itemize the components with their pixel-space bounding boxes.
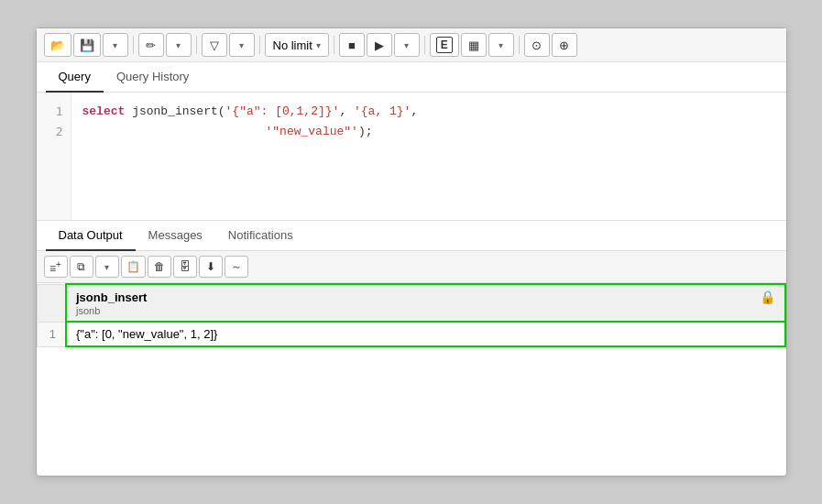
save-db-icon: 🗄 [180,260,191,273]
separator-2 [196,36,197,54]
filter-button[interactable]: ▽ [202,33,227,57]
code-line-2: '"new_value"'); [82,122,775,142]
table-header-row: jsonb_insert 🔒 jsonb [37,284,785,322]
folder-button[interactable]: 📂 [44,33,71,57]
tab-query-history[interactable]: Query History [104,62,202,93]
code-editor[interactable]: 1 2 select jsonb_insert('{"a": [0,1,2]}'… [37,93,786,221]
row-num-header [37,284,66,322]
main-window: 📂 💾 ▾ ✏ ▾ ▽ ▾ No limit ▾ ■ [36,27,787,477]
col-header-content: jsonb_insert 🔒 jsonb [76,290,775,316]
data-table: jsonb_insert 🔒 jsonb 1 {"a": [0, "new_va… [37,283,786,347]
tab-query[interactable]: Query [46,62,104,93]
filter-icon: ▽ [210,38,219,52]
db1-button[interactable]: ⊙ [524,33,550,57]
no-limit-chevron: ▾ [316,40,321,50]
play-icon: ▶ [375,38,384,52]
add-row-icon: ≡+ [49,259,61,275]
copy-chevron-button[interactable]: ▾ [95,256,119,278]
stop-button[interactable]: ■ [339,33,365,57]
chevron-down-icon: ▾ [113,40,117,50]
col-name: jsonb_insert [76,290,147,304]
filter-chevron-button[interactable]: ▾ [229,33,255,57]
separator-3 [259,36,260,54]
editor-tabs-bar: Query Query History [37,62,786,93]
lock-icon: 🔒 [760,290,775,304]
results-tabs-bar: Data Output Messages Notifications [37,221,786,251]
chevron-down-icon-4: ▾ [404,40,409,50]
folder-icon: 📂 [50,38,65,52]
paste-button[interactable]: 📋 [121,256,146,278]
copy-icon: ⧉ [77,260,85,273]
copy-button[interactable]: ⧉ [70,256,93,278]
pencil-chevron-button[interactable]: ▾ [166,33,192,57]
e-icon: E [436,37,453,53]
col-header-jsonb-insert: jsonb_insert 🔒 jsonb [66,284,785,322]
line-numbers: 1 2 [37,93,71,220]
results-content: jsonb_insert 🔒 jsonb 1 {"a": [0, "new_va… [37,283,786,476]
pencil-icon: ✏ [146,38,156,52]
chart-button[interactable]: ▦ [461,33,487,57]
main-toolbar: 📂 💾 ▾ ✏ ▾ ▽ ▾ No limit ▾ ■ [37,28,786,62]
stop-icon: ■ [348,38,356,52]
play-button[interactable]: ▶ [367,33,392,57]
save-button[interactable]: 💾 [73,33,101,57]
save-chevron-button[interactable]: ▾ [103,33,128,57]
chevron-down-icon-5: ▾ [499,40,503,50]
separator-5 [424,36,425,54]
chart-chevron-button[interactable]: ▾ [488,33,514,57]
download-icon: ⬇ [206,260,215,273]
chevron-down-icon-3: ▾ [239,40,244,50]
delete-icon: 🗑 [154,260,165,273]
chevron-down-icon-2: ▾ [176,40,181,50]
code-content[interactable]: select jsonb_insert('{"a": [0,1,2]}', '{… [71,93,786,220]
cell-jsonb-insert-1: {"a": [0, "new_value", 1, 2]} [66,322,785,346]
pencil-button[interactable]: ✏ [138,33,164,57]
db2-icon: ⊕ [559,38,569,52]
code-line-1: select jsonb_insert('{"a": [0,1,2]}', '{… [82,102,775,122]
save-db-button[interactable]: 🗄 [173,256,197,278]
results-panel: Data Output Messages Notifications ≡+ ⧉ … [37,221,786,476]
tab-messages[interactable]: Messages [136,221,215,251]
graph-icon: ～ [231,259,242,275]
no-limit-label: No limit [273,38,312,52]
paste-icon: 📋 [126,260,140,273]
e-button[interactable]: E [430,33,459,57]
tab-data-output[interactable]: Data Output [46,221,136,251]
separator-1 [133,36,134,54]
separator-6 [519,36,520,54]
tab-notifications[interactable]: Notifications [215,221,306,251]
table-row: 1 {"a": [0, "new_value", 1, 2]} [37,322,785,346]
separator-4 [334,36,334,54]
row-number-1: 1 [37,322,66,346]
chevron-down-icon-6: ▾ [104,262,109,272]
db2-button[interactable]: ⊕ [552,33,577,57]
delete-button[interactable]: 🗑 [148,256,171,278]
results-toolbar: ≡+ ⧉ ▾ 📋 🗑 🗄 ⬇ ～ [37,251,786,283]
graph-button[interactable]: ～ [225,256,248,278]
no-limit-dropdown[interactable]: No limit ▾ [265,33,329,57]
play-chevron-button[interactable]: ▾ [394,33,420,57]
col-type: jsonb [76,305,775,316]
save-icon: 💾 [80,38,94,52]
chart-icon: ▦ [468,38,479,52]
db1-icon: ⊙ [532,38,542,52]
download-button[interactable]: ⬇ [199,256,223,278]
add-row-button[interactable]: ≡+ [44,256,68,278]
